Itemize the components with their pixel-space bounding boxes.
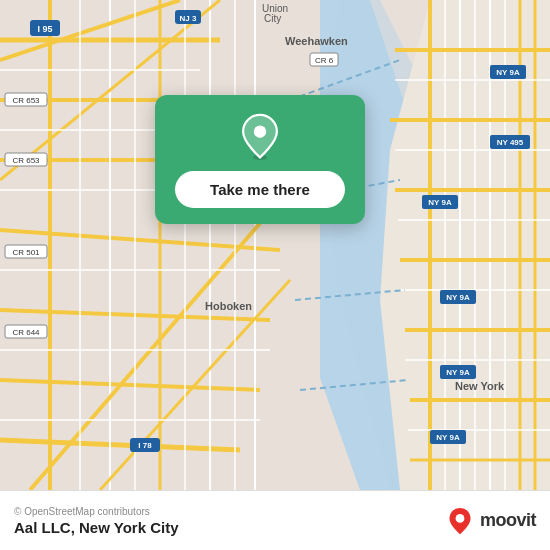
- location-title: Aal LLC, New York City: [14, 519, 178, 536]
- svg-text:CR 653: CR 653: [12, 96, 40, 105]
- location-pin-icon: [236, 113, 284, 161]
- map-container: I 95 NJ 3 CR 653 CR 653 CR 501 CR 644 I …: [0, 0, 550, 490]
- take-me-there-button[interactable]: Take me there: [175, 171, 345, 208]
- svg-point-91: [456, 514, 465, 523]
- map-svg: I 95 NJ 3 CR 653 CR 653 CR 501 CR 644 I …: [0, 0, 550, 490]
- svg-text:CR 6: CR 6: [315, 56, 334, 65]
- svg-text:CR 501: CR 501: [12, 248, 40, 257]
- svg-text:NY 9A: NY 9A: [446, 368, 470, 377]
- svg-text:City: City: [264, 13, 281, 24]
- svg-text:New York: New York: [455, 380, 505, 392]
- svg-point-90: [254, 125, 266, 137]
- moovit-logo: moovit: [446, 507, 536, 535]
- copyright-text: © OpenStreetMap contributors: [14, 506, 178, 517]
- svg-text:I 95: I 95: [37, 24, 52, 34]
- svg-text:NY 9A: NY 9A: [428, 198, 452, 207]
- svg-text:NY 495: NY 495: [497, 138, 524, 147]
- svg-text:Weehawken: Weehawken: [285, 35, 348, 47]
- svg-text:NY 9A: NY 9A: [446, 293, 470, 302]
- popup-card: Take me there: [155, 95, 365, 224]
- svg-text:CR 653: CR 653: [12, 156, 40, 165]
- footer-info: © OpenStreetMap contributors Aal LLC, Ne…: [14, 506, 178, 536]
- moovit-pin-icon: [446, 507, 474, 535]
- svg-text:NY 9A: NY 9A: [496, 68, 520, 77]
- moovit-brand-text: moovit: [480, 510, 536, 531]
- svg-text:NY 9A: NY 9A: [436, 433, 460, 442]
- footer-bar: © OpenStreetMap contributors Aal LLC, Ne…: [0, 490, 550, 550]
- svg-text:NJ 3: NJ 3: [180, 14, 197, 23]
- svg-text:Hoboken: Hoboken: [205, 300, 252, 312]
- svg-text:I 78: I 78: [138, 441, 152, 450]
- svg-text:CR 644: CR 644: [12, 328, 40, 337]
